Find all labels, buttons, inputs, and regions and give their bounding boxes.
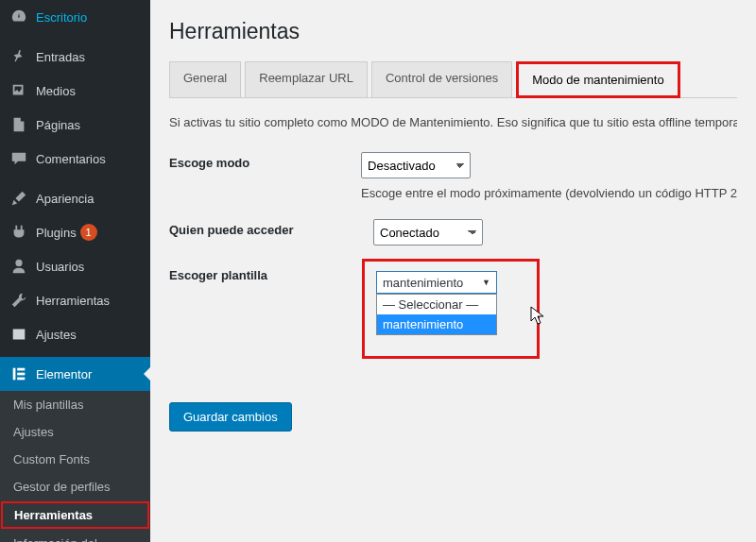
page-title: Herramientas [169,19,737,44]
select-template-option[interactable]: mantenimiento [377,314,496,334]
settings-icon [9,325,28,344]
sidebar-item-plugins[interactable]: Plugins1 [0,215,150,249]
sidebar-item-entradas[interactable]: Entradas [0,40,150,74]
dashboard-icon [9,8,28,26]
sidebar-item-label: Entradas [36,50,85,64]
brush-icon [9,189,28,208]
sidebar-item-label: Herramientas [36,294,110,308]
sidebar-sub-ajustes[interactable]: Ajustes [0,418,150,446]
select-template-dropdown: — Seleccionar —mantenimiento [376,294,497,335]
tab-description: Si activas tu sitio completo como MODO d… [169,115,737,129]
label-access: Quien puede acceder [169,219,373,237]
sidebar-item-label: Apariencia [36,192,94,206]
select-access[interactable]: Conectado [373,219,483,246]
label-mode: Escoge modo [169,152,361,170]
sidebar-item-medios[interactable]: Medios [0,74,150,108]
sidebar-item-label: Plugins [36,226,77,240]
field-row-template: Escoger plantilla mantenimiento ▼ — Sele… [169,264,737,359]
sidebar-sub-gestor-de-perfiles[interactable]: Gestor de perfiles [0,473,150,500]
sidebar-item-label: Elementor [36,367,92,381]
field-row-access: Quien puede acceder Conectado [169,219,737,246]
label-template: Escoger plantilla [169,264,373,282]
sidebar-item-escritorio[interactable]: Escritorio [0,0,150,34]
sidebar-item-ajustes[interactable]: Ajustes [0,317,150,351]
save-button[interactable]: Guardar cambios [169,402,292,432]
sidebar-item-label: Comentarios [36,152,106,166]
tab-general[interactable]: General [169,61,241,98]
sidebar-item-páginas[interactable]: Páginas [0,108,150,142]
sidebar-sub-herramientas[interactable]: Herramientas [1,501,149,529]
tab-control-de-versiones[interactable]: Control de versiones [371,61,512,98]
update-badge: 1 [80,224,97,241]
sidebar-item-label: Usuarios [36,260,84,274]
sidebar-item-apariencia[interactable]: Apariencia [0,181,150,215]
tab-bar: GeneralReemplazar URLControl de versione… [169,61,737,98]
admin-sidebar: EscritorioEntradasMediosPáginasComentari… [0,0,150,542]
select-mode[interactable]: Desactivado [361,152,471,178]
sidebar-sub-información-del[interactable]: Información del [0,530,150,542]
field-row-mode: Escoge modo Desactivado Escoge entre el … [169,152,737,200]
sidebar-item-label: Páginas [36,118,80,132]
select-template-value: mantenimiento [383,276,463,290]
wrench-icon [9,291,28,310]
svg-rect-3 [17,378,25,381]
media-icon [9,81,28,100]
select-template-option[interactable]: — Seleccionar — [377,295,496,314]
svg-rect-1 [17,368,25,371]
sidebar-item-label: Escritorio [36,10,87,25]
sidebar-item-label: Ajustes [36,328,77,342]
tab-modo-de-mantenimiento[interactable]: Modo de mantenimiento [516,61,679,98]
svg-rect-2 [17,373,25,376]
sidebar-submenu: Mis plantillasAjustesCustom FontsGestor … [0,391,150,542]
main-content: Herramientas GeneralReemplazar URLContro… [150,0,756,542]
sidebar-item-elementor[interactable]: Elementor [0,357,150,391]
svg-rect-0 [13,368,16,381]
plugin-icon [9,223,28,242]
sidebar-item-herramientas[interactable]: Herramientas [0,283,150,317]
sidebar-item-label: Medios [36,84,76,98]
comment-icon [9,149,28,168]
tab-reemplazar-url[interactable]: Reemplazar URL [245,61,368,98]
select-template[interactable]: mantenimiento ▼ — Seleccionar —mantenimi… [376,271,497,335]
help-mode: Escoge entre el modo próximamente (devol… [361,186,737,200]
user-icon [9,257,28,276]
sidebar-sub-custom-fonts[interactable]: Custom Fonts [0,446,150,473]
sidebar-item-usuarios[interactable]: Usuarios [0,249,150,283]
sidebar-sub-mis-plantillas[interactable]: Mis plantillas [0,391,150,418]
page-icon [9,115,28,134]
highlight-box-template: mantenimiento ▼ — Seleccionar —mantenimi… [362,259,540,359]
sidebar-item-comentarios[interactable]: Comentarios [0,142,150,176]
chevron-down-icon: ▼ [482,278,490,287]
elementor-icon [9,364,28,383]
pin-icon [9,47,28,66]
